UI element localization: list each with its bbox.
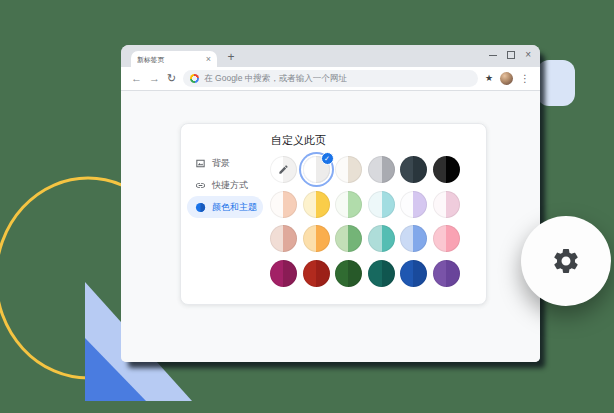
selected-check-icon: ✓: [321, 152, 334, 165]
tab-strip: 新标签页 × + ×: [121, 45, 540, 67]
theme-swatch-berry[interactable]: [270, 260, 297, 287]
bookmark-star-icon[interactable]: ★: [485, 74, 493, 83]
back-icon[interactable]: ←: [131, 73, 142, 84]
palette-icon: [195, 202, 206, 213]
theme-swatch-dark-slate[interactable]: [400, 156, 427, 183]
close-icon[interactable]: ×: [525, 50, 531, 60]
sidebar-item-label: 背景: [212, 157, 230, 170]
theme-swatch-black[interactable]: [433, 156, 460, 183]
theme-swatch-aqua[interactable]: [368, 191, 395, 218]
theme-swatch-green[interactable]: [335, 225, 362, 252]
reload-icon[interactable]: ↻: [167, 73, 176, 84]
theme-swatch-yellow[interactable]: [303, 191, 330, 218]
maximize-icon[interactable]: [507, 51, 515, 59]
tab-new-tab-page[interactable]: 新标签页 ×: [131, 51, 217, 67]
theme-swatch-warm-rose[interactable]: [270, 225, 297, 252]
menu-dots-icon[interactable]: ⋮: [520, 74, 530, 84]
window-controls: ×: [489, 49, 531, 61]
image-icon: [195, 158, 206, 169]
hero-illustration: 新标签页 × + × ← → ↻ 在 Google 中搜索，或者输入一个网址 ★…: [0, 0, 614, 413]
customize-page-card: 自定义此页 背景 快捷方式: [180, 123, 487, 305]
address-bar-placeholder: 在 Google 中搜索，或者输入一个网址: [204, 73, 347, 85]
sidebar-item-label: 快捷方式: [212, 179, 248, 192]
theme-swatch-light-green[interactable]: [335, 191, 362, 218]
new-tab-button[interactable]: +: [223, 49, 239, 65]
tab-title: 新标签页: [137, 54, 195, 63]
theme-swatch-orange[interactable]: [303, 225, 330, 252]
theme-swatch-default[interactable]: ✓: [303, 156, 330, 183]
theme-swatch-red[interactable]: [303, 260, 330, 287]
link-icon: [195, 180, 206, 191]
new-tab-content: 自定义此页 背景 快捷方式: [121, 91, 540, 362]
theme-swatch-teal[interactable]: [368, 225, 395, 252]
theme-swatch-beige[interactable]: [335, 156, 362, 183]
theme-swatch-cornflower-blue[interactable]: [400, 225, 427, 252]
theme-swatch-peach[interactable]: [270, 191, 297, 218]
address-bar[interactable]: 在 Google 中搜索，或者输入一个网址: [183, 70, 478, 87]
forward-icon[interactable]: →: [149, 73, 160, 84]
theme-swatch-pink[interactable]: [433, 225, 460, 252]
theme-swatch-grid: ✓: [270, 156, 460, 287]
customize-title: 自定义此页: [271, 133, 326, 148]
theme-swatch-cool-gray[interactable]: [368, 156, 395, 183]
sidebar-item-shortcuts[interactable]: 快捷方式: [187, 174, 263, 196]
theme-swatch-dark-teal[interactable]: [368, 260, 395, 287]
settings-fab[interactable]: [521, 216, 611, 306]
blue-square-decoration: [537, 60, 575, 106]
google-logo-icon: [190, 74, 199, 83]
theme-swatch-royal-blue[interactable]: [400, 260, 427, 287]
sidebar-item-label: 颜色和主题: [212, 201, 257, 214]
minimize-icon[interactable]: [489, 55, 497, 56]
sidebar-item-background[interactable]: 背景: [187, 152, 263, 174]
profile-avatar[interactable]: [500, 72, 513, 85]
sidebar-item-color-theme[interactable]: 颜色和主题: [187, 196, 263, 218]
browser-window: 新标签页 × + × ← → ↻ 在 Google 中搜索，或者输入一个网址 ★…: [121, 45, 540, 362]
settings-gear-icon: [551, 246, 581, 276]
eyedropper-pen-icon: [278, 164, 289, 175]
theme-swatch-rose-white[interactable]: [433, 191, 460, 218]
theme-swatch-lavender[interactable]: [400, 191, 427, 218]
tab-close-icon[interactable]: ×: [206, 55, 211, 64]
theme-swatch-custom-color-picker[interactable]: [270, 156, 297, 183]
theme-swatch-dark-green[interactable]: [335, 260, 362, 287]
theme-swatch-purple[interactable]: [433, 260, 460, 287]
browser-toolbar: ← → ↻ 在 Google 中搜索，或者输入一个网址 ★ ⋮: [121, 67, 540, 91]
